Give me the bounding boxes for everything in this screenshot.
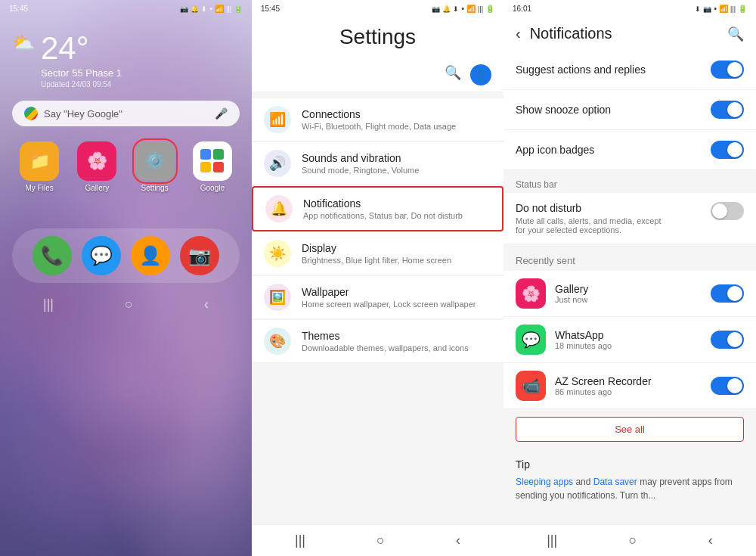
- notif-status-icons: ⬇ 📷 • 📶 ||| 🔋: [695, 5, 747, 13]
- app-icon-badges-row: App icon badges: [503, 130, 756, 170]
- azrecorder-notif-toggle[interactable]: [711, 377, 744, 395]
- suggest-actions-toggle[interactable]: [711, 61, 744, 79]
- notif-nav-back[interactable]: ‹: [708, 533, 713, 548]
- dl-s-icon: ⬇: [453, 5, 459, 13]
- dnd-title: Do not disturb: [516, 202, 667, 214]
- phone-icon[interactable]: 📞: [33, 236, 72, 275]
- whatsapp-notif-info: WhatsApp 18 minutes ago: [555, 329, 702, 350]
- notif-page-title: Notifications: [530, 25, 718, 42]
- settings-nav-recent[interactable]: |||: [295, 533, 305, 548]
- app-gallery[interactable]: 🌸 Gallery: [73, 141, 121, 192]
- settings-item-themes[interactable]: 🎨 Themes Downloadable themes, wallpapers…: [252, 320, 503, 363]
- sounds-name: Sounds and vibration: [302, 152, 491, 164]
- whatsapp-notif-toggle[interactable]: [711, 331, 744, 349]
- app-myfiles[interactable]: 📁 My Files: [15, 141, 64, 192]
- wallpaper-text: Wallpaper Home screen wallpaper, Lock sc…: [302, 286, 491, 309]
- display-desc: Brightness, Blue light filter, Home scre…: [302, 256, 491, 265]
- messages-icon[interactable]: 💬: [82, 236, 121, 275]
- notif-search-button[interactable]: 🔍: [727, 26, 744, 42]
- home-status-bar: 15:45 📷 🔔 ⬇ • 📶 ||| 🔋: [0, 0, 252, 17]
- home-apps-grid: 📁 My Files 🌸 Gallery ⚙️ Settings Google: [0, 135, 252, 198]
- tip-and-text: and: [575, 477, 593, 487]
- settings-status-bar: 15:45 📷 🔔 ⬇ • 📶 ||| 🔋: [252, 0, 503, 17]
- tip-section: Tip Sleeping apps and Data saver may pre…: [503, 449, 756, 511]
- display-name: Display: [302, 242, 491, 254]
- settings-time: 15:45: [261, 5, 280, 13]
- nav-back-btn[interactable]: ‹: [204, 297, 209, 312]
- azrecorder-notif-row[interactable]: 📹 AZ Screen Recorder 86 minutes ago: [503, 363, 756, 409]
- notif-back-button[interactable]: ‹: [516, 25, 521, 42]
- settings-profile-icon[interactable]: 👤: [470, 64, 491, 85]
- nav-recent-btn[interactable]: |||: [43, 297, 54, 312]
- connections-text: Connections Wi-Fi, Bluetooth, Flight mod…: [302, 108, 491, 131]
- themes-desc: Downloadable themes, wallpapers, and ico…: [302, 343, 491, 353]
- data-saver-link[interactable]: Data saver: [593, 477, 637, 487]
- app-icon-badges-label: App icon badges: [516, 144, 594, 156]
- connections-name: Connections: [302, 108, 491, 120]
- signal-n-icon: |||: [730, 5, 736, 13]
- myfiles-label: My Files: [26, 184, 54, 192]
- home-updated: Updated 24/03 09:54: [41, 80, 122, 89]
- settings-nav-bar: ||| ○ ‹: [252, 524, 503, 556]
- gallery-icon: 🌸: [77, 141, 116, 181]
- myfiles-icon: 📁: [20, 141, 59, 181]
- battery-s-icon: 🔋: [485, 5, 494, 13]
- dnd-desc: Mute all calls, alerts, and media, excep…: [516, 216, 667, 235]
- notification-status-icon: 🔔: [191, 5, 199, 13]
- settings-item-sounds[interactable]: 🔊 Sounds and vibration Sound mode, Ringt…: [252, 142, 503, 185]
- mic-icon[interactable]: 🎤: [215, 107, 228, 120]
- dnd-text: Do not disturb Mute all calls, alerts, a…: [516, 202, 667, 235]
- wallpaper-desc: Home screen wallpaper, Lock screen wallp…: [302, 300, 491, 309]
- google-search-bar[interactable]: Say "Hey Google" 🎤: [12, 101, 240, 126]
- settings-search-icon[interactable]: 🔍: [445, 64, 461, 85]
- camera-status-icon: 📷: [180, 5, 188, 13]
- show-snooze-toggle[interactable]: [711, 101, 744, 119]
- settings-search-row: 🔍 👤: [252, 61, 503, 92]
- notif-nav-home[interactable]: ○: [629, 533, 637, 548]
- signal-s-icon: |||: [478, 5, 483, 13]
- gallery-notif-row[interactable]: 🌸 Gallery Just now: [503, 271, 756, 317]
- settings-item-notifications[interactable]: 🔔 Notifications App notifications, Statu…: [252, 186, 503, 231]
- settings-icon: ⚙️: [135, 141, 175, 181]
- see-all-button[interactable]: See all: [516, 417, 744, 442]
- notifications-icon: 🔔: [265, 195, 293, 222]
- app-icon-badges-toggle[interactable]: [711, 141, 744, 159]
- settings-item-wallpaper[interactable]: 🖼️ Wallpaper Home screen wallpaper, Lock…: [252, 276, 503, 319]
- show-snooze-label: Show snooze option: [516, 104, 611, 116]
- battery-n-icon: 🔋: [738, 5, 747, 13]
- settings-nav-back[interactable]: ‹: [456, 533, 460, 548]
- nav-home-btn[interactable]: ○: [125, 297, 133, 312]
- azrecorder-app-time: 86 minutes ago: [555, 387, 702, 396]
- contacts-icon[interactable]: 👤: [131, 236, 170, 275]
- app-settings[interactable]: ⚙️ Settings: [131, 141, 179, 192]
- notifications-desc: App notifications, Status bar, Do not di…: [303, 211, 490, 220]
- camera-dock-icon[interactable]: 📷: [180, 236, 219, 275]
- tip-title: Tip: [516, 458, 744, 471]
- dnd-toggle[interactable]: [711, 202, 744, 220]
- settings-item-connections[interactable]: 📶 Connections Wi-Fi, Bluetooth, Flight m…: [252, 98, 503, 141]
- show-snooze-row: Show snooze option: [503, 90, 756, 130]
- azrecorder-app-name: AZ Screen Recorder: [555, 375, 702, 387]
- notif-s-icon: 🔔: [442, 5, 451, 13]
- themes-name: Themes: [302, 330, 491, 342]
- notif-nav-recent[interactable]: |||: [547, 533, 557, 548]
- camera-s-icon: 📷: [432, 5, 440, 13]
- settings-nav-home[interactable]: ○: [376, 533, 385, 548]
- settings-item-display[interactable]: ☀️ Display Brightness, Blue light filter…: [252, 232, 503, 275]
- notif-header: ‹ Notifications 🔍: [503, 17, 756, 50]
- gallery-app-time: Just now: [555, 295, 702, 304]
- sounds-icon: 🔊: [264, 150, 291, 177]
- home-status-icons: 📷 🔔 ⬇ • 📶 ||| 🔋: [180, 5, 243, 13]
- gallery-notif-info: Gallery Just now: [555, 283, 702, 304]
- sleeping-apps-link[interactable]: Sleeping apps: [516, 477, 573, 487]
- dnd-row[interactable]: Do not disturb Mute all calls, alerts, a…: [503, 193, 756, 244]
- app-google[interactable]: Google: [188, 141, 237, 192]
- notif-toggles-section: Suggest actions and replies Show snooze …: [503, 50, 756, 170]
- settings-title: Settings: [264, 25, 491, 49]
- wallpaper-name: Wallpaper: [302, 286, 491, 298]
- gallery-notif-toggle[interactable]: [711, 284, 744, 303]
- dnd-section: Do not disturb Mute all calls, alerts, a…: [503, 193, 756, 244]
- settings-screen: 15:45 📷 🔔 ⬇ • 📶 ||| 🔋 Settings 🔍 👤 📶 Con…: [252, 0, 503, 556]
- whatsapp-notif-row[interactable]: 💬 WhatsApp 18 minutes ago: [503, 317, 756, 363]
- sounds-desc: Sound mode, Ringtone, Volume: [302, 166, 491, 175]
